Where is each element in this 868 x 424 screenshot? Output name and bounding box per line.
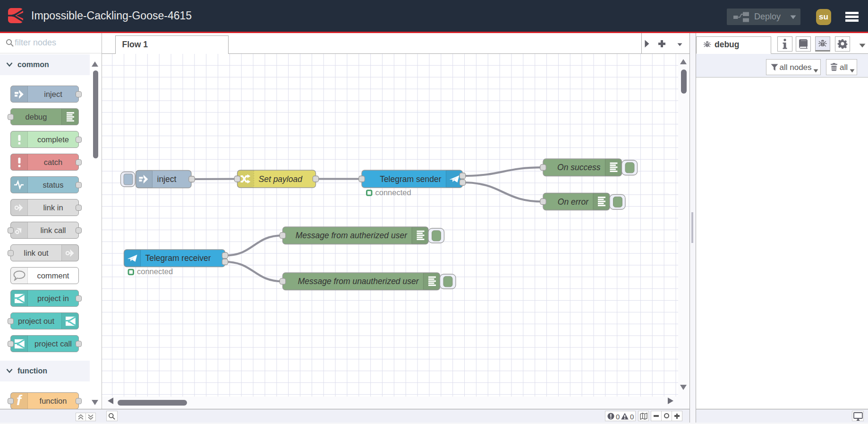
svg-text:On error: On error [558, 197, 589, 206]
svg-text:f: f [17, 393, 23, 408]
svg-text:Message from unautherized user: Message from unautherized user [298, 277, 419, 286]
svg-text:connected: connected [137, 267, 173, 276]
svg-text:inject: inject [157, 174, 177, 184]
svg-text:On success: On success [557, 163, 601, 172]
svg-text:connected: connected [375, 188, 411, 196]
svg-text:Telegram sender: Telegram sender [380, 174, 442, 183]
svg-text:Message from autherized user: Message from autherized user [296, 231, 408, 240]
svg-text:Telegram receiver: Telegram receiver [145, 253, 211, 263]
svg-text:Set payload: Set payload [259, 174, 303, 183]
